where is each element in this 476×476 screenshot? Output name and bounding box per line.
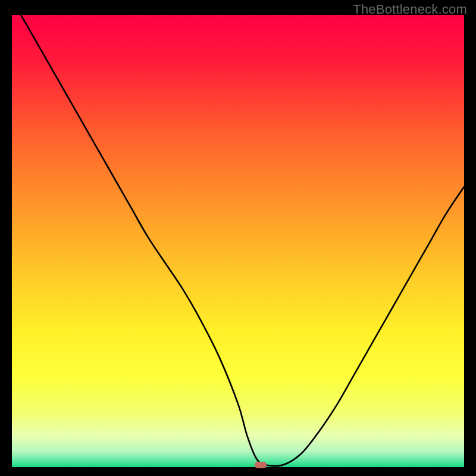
watermark-text: TheBottleneck.com — [353, 2, 467, 17]
optimum-marker — [255, 462, 267, 468]
chart-stage: TheBottleneck.com — [0, 0, 476, 476]
bottleneck-curve — [12, 15, 464, 467]
plot-area — [12, 15, 464, 467]
